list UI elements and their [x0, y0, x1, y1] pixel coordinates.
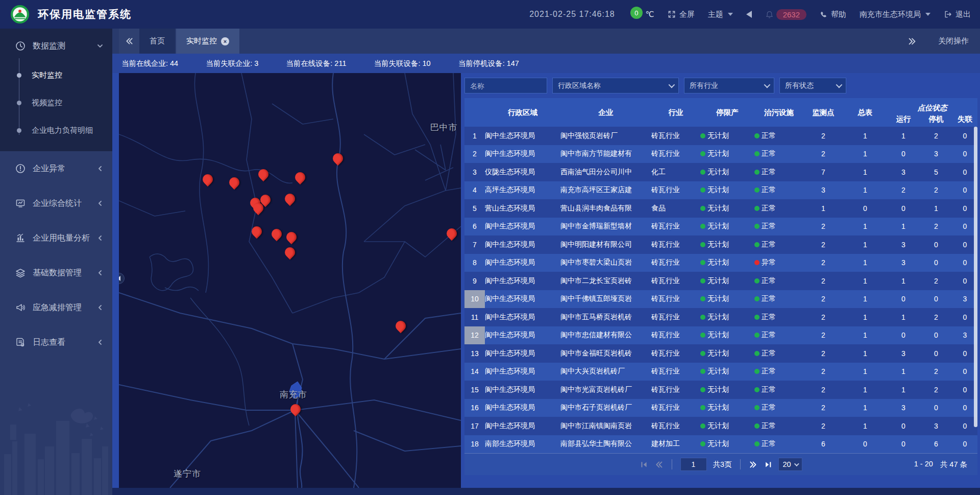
sidebar-item-data-monitor[interactable]: 数据监测: [0, 32, 112, 60]
table-row[interactable]: 5营山生态环境局营山县润丰肉食品有限食品无计划正常10010: [464, 199, 977, 218]
status-dot-green: [754, 351, 760, 356]
page-size-select[interactable]: 20: [778, 458, 802, 471]
map-pin-icon[interactable]: [258, 169, 268, 179]
first-page-button[interactable]: [640, 460, 648, 469]
temperature-value: 0: [630, 7, 643, 19]
map-panel[interactable]: 巴中市南充市遂宁市: [119, 73, 461, 488]
map-pin-icon[interactable]: [252, 226, 262, 237]
status-dot-green: [700, 170, 705, 175]
map-pin-icon[interactable]: [272, 229, 282, 239]
map-pin-icon[interactable]: [396, 321, 406, 331]
sidebar-item-logs[interactable]: 日志查看: [0, 328, 112, 357]
sidebar-item-power-analysis[interactable]: 企业用电量分析: [0, 224, 112, 252]
map-pin-icon[interactable]: [229, 177, 239, 187]
close-operations-button[interactable]: 关闭操作: [938, 36, 969, 46]
status-count: 当前失联设备: 10: [374, 59, 431, 68]
map-pin-icon[interactable]: [295, 172, 305, 182]
col-stopped: 停机: [920, 113, 952, 127]
map-pin-icon[interactable]: [203, 174, 213, 184]
status-dot-green: [700, 133, 705, 138]
map-pin-icon[interactable]: [286, 232, 297, 242]
last-page-button[interactable]: [763, 460, 772, 469]
sidebar-subitem-企业电力负荷明细[interactable]: 企业电力负荷明细: [0, 116, 112, 144]
sidebar: 数据监测 实时监控视频监控企业电力负荷明细 企业异常 企业综合统计 企业用电量分…: [0, 29, 112, 495]
table-row[interactable]: 11阆中生态环境局阆中市五马桥页岩机砖砖瓦行业无计划正常21120: [464, 308, 977, 326]
status-count: 当前失联企业: 3: [206, 59, 258, 68]
sidebar-subitem-实时监控[interactable]: 实时监控: [0, 61, 112, 89]
theme-dropdown[interactable]: 主题: [708, 10, 733, 19]
logout-icon: [944, 10, 952, 18]
map-pin-icon[interactable]: [260, 195, 271, 205]
tab-scroll-left-button[interactable]: [119, 29, 139, 54]
chevron-icon: [97, 43, 103, 49]
table-row[interactable]: 6阆中生态环境局阆中市金博瑞新型墙材砖瓦行业无计划正常21120: [464, 218, 977, 236]
table-row[interactable]: 3仪陇生态环境局西南油气田分公司川中化工无计划正常71350: [464, 163, 977, 181]
status-counts-bar: 当前在线企业: 44当前失联企业: 3当前在线设备: 211当前失联设备: 10…: [112, 54, 980, 73]
table-row[interactable]: 1阆中生态环境局阆中强锐页岩砖厂砖瓦行业无计划正常21120: [464, 127, 977, 145]
status-dot-green: [754, 333, 760, 338]
total-records-label: 共 47 条: [940, 460, 967, 469]
name-filter-field[interactable]: [464, 78, 547, 93]
sidebar-item-emergency[interactable]: 应急减排管理: [0, 293, 112, 322]
skyline-watermark: [0, 393, 112, 495]
status-filter-select[interactable]: 所有状态: [779, 78, 846, 93]
divider: [740, 459, 740, 469]
status-dot-red: [754, 260, 760, 265]
table-row[interactable]: 18南部生态环境局南部县弘华土陶有限公建材加工无计划正常60060: [464, 435, 977, 454]
table-row[interactable]: 2阆中生态环境局阆中市南方节能建材有砖瓦行业无计划正常21030: [464, 145, 977, 163]
tab-scroll-right-button[interactable]: [908, 37, 917, 46]
table-row[interactable]: 15阆中生态环境局阆中市光富页岩机砖厂砖瓦行业无计划正常21120: [464, 381, 977, 399]
table-row[interactable]: 14阆中生态环境局阆中大兴页岩机砖厂砖瓦行业无计划正常21120: [464, 363, 977, 381]
datetime-display: 2021-02-25 17:46:18: [529, 10, 615, 19]
tab-home[interactable]: 首页: [139, 29, 175, 54]
status-dot-green: [700, 441, 705, 446]
map-pin-icon[interactable]: [285, 247, 295, 257]
tab-realtime-monitor[interactable]: 实时监控 ×: [176, 29, 239, 54]
status-dot-green: [700, 351, 705, 356]
table-row[interactable]: 8阆中生态环境局阆中市枣碧大梁山页岩砖瓦行业无计划异常21300: [464, 254, 977, 272]
col-running: 运行: [887, 113, 920, 127]
help-button[interactable]: 帮助: [820, 10, 846, 19]
sound-toggle[interactable]: [746, 11, 752, 18]
table-row[interactable]: 17阆中生态环境局阆中市江南镇阆南页岩砖瓦行业无计划正常21030: [464, 417, 977, 435]
logout-button[interactable]: 退出: [944, 10, 971, 19]
map-pin-icon[interactable]: [285, 194, 295, 204]
map-pin-icon[interactable]: [447, 228, 457, 239]
page-number-input[interactable]: [680, 458, 706, 471]
region-filter-select[interactable]: 行政区域名称: [552, 78, 679, 93]
table-row[interactable]: 10阆中生态环境局阆中千佛镇五郎垭页岩砖瓦行业无计划正常21003: [464, 290, 977, 309]
tab-close-icon[interactable]: ×: [221, 37, 229, 45]
sidebar-item-enterprise-stats[interactable]: 企业综合统计: [0, 189, 112, 218]
enterprise-table-panel: 行政区域名称 所有行业 所有状态 行政区域 企业 行业: [464, 73, 977, 488]
status-dot-green: [700, 206, 705, 211]
col-company: 企业: [560, 98, 651, 127]
prev-page-button[interactable]: [654, 460, 663, 469]
table-scrollbar[interactable]: [973, 127, 977, 453]
double-chevron-left-icon: [654, 460, 663, 469]
sidebar-item-base-data[interactable]: 基础数据管理: [0, 258, 112, 287]
sidebar-subitem-视频监控[interactable]: 视频监控: [0, 89, 112, 116]
name-filter-input[interactable]: [470, 82, 542, 90]
map-pin-icon[interactable]: [333, 153, 343, 163]
table-row[interactable]: 16阆中生态环境局阆中市石子页岩机砖厂砖瓦行业无计划正常21300: [464, 399, 977, 417]
col-industry: 行业: [651, 98, 700, 127]
map-pin-icon[interactable]: [290, 404, 301, 414]
scrollbar-thumb[interactable]: [974, 127, 977, 427]
org-dropdown[interactable]: 南充市生态环境局: [860, 10, 930, 19]
sidebar-item-enterprise-abnormal[interactable]: 企业异常: [0, 154, 112, 183]
clock-icon: [15, 41, 26, 51]
industry-filter-select[interactable]: 所有行业: [684, 78, 774, 93]
table-row[interactable]: 13阆中生态环境局阆中市金福旺页岩机砖砖瓦行业无计划正常21300: [464, 344, 977, 363]
fullscreen-button[interactable]: 全屏: [668, 10, 695, 19]
status-dot-green: [754, 133, 760, 138]
status-dot-green: [700, 278, 705, 284]
next-page-button[interactable]: [748, 460, 757, 469]
table-row[interactable]: 4高坪生态环境局南充市高坪区王家店建砖瓦行业无计划正常31220: [464, 181, 977, 200]
layers-icon: [15, 268, 26, 278]
table-row[interactable]: 9阆中生态环境局阆中市二龙长宝页岩砖砖瓦行业无计划正常21120: [464, 272, 977, 290]
app-logo-icon: [10, 5, 30, 24]
table-row[interactable]: 7阆中生态环境局阆中明阳建材有限公司砖瓦行业无计划正常21300: [464, 235, 977, 254]
notifications[interactable]: 2632: [765, 9, 806, 20]
temperature-unit: ℃: [646, 10, 654, 19]
table-row[interactable]: 12阆中生态环境局阆中市忠信建材有限公砖瓦行业无计划正常21003: [464, 326, 977, 345]
